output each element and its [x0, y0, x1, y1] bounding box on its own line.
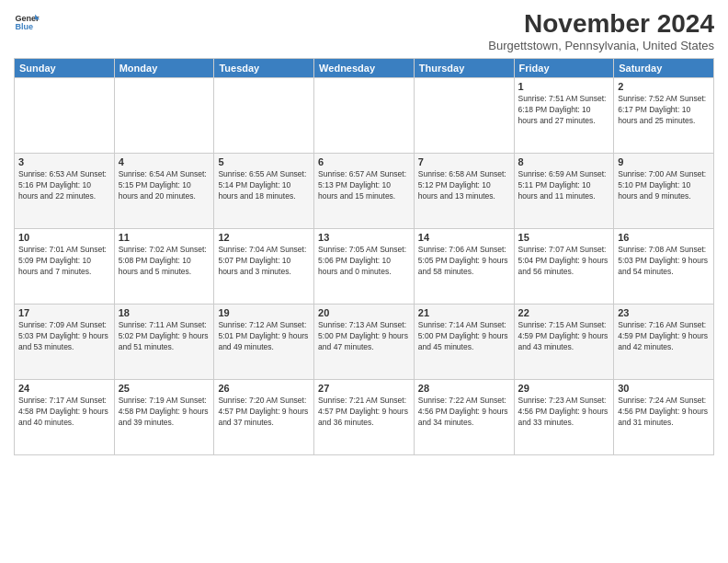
day-number: 17 [18, 307, 110, 318]
day-number: 21 [418, 307, 510, 318]
day-info: Sunrise: 7:19 AM Sunset: 4:58 PM Dayligh… [119, 396, 210, 429]
day-number: 26 [218, 383, 310, 394]
table-row: 12Sunrise: 7:04 AM Sunset: 5:07 PM Dayli… [214, 229, 314, 304]
table-row: 24Sunrise: 7:17 AM Sunset: 4:58 PM Dayli… [15, 380, 115, 455]
day-info: Sunrise: 7:11 AM Sunset: 5:02 PM Dayligh… [119, 320, 210, 353]
table-row: 13Sunrise: 7:05 AM Sunset: 5:06 PM Dayli… [314, 229, 415, 304]
day-info: Sunrise: 7:02 AM Sunset: 5:08 PM Dayligh… [119, 245, 210, 278]
table-row: 25Sunrise: 7:19 AM Sunset: 4:58 PM Dayli… [114, 380, 214, 455]
day-number: 6 [318, 156, 410, 167]
day-number: 5 [218, 156, 310, 167]
table-row: 29Sunrise: 7:23 AM Sunset: 4:56 PM Dayli… [514, 380, 614, 455]
day-number: 11 [119, 232, 210, 243]
table-row: 10Sunrise: 7:01 AM Sunset: 5:09 PM Dayli… [15, 229, 115, 304]
day-number: 28 [418, 383, 510, 394]
day-info: Sunrise: 7:24 AM Sunset: 4:56 PM Dayligh… [618, 396, 710, 429]
col-thursday: Thursday [414, 59, 514, 78]
day-info: Sunrise: 7:01 AM Sunset: 5:09 PM Dayligh… [18, 245, 110, 278]
col-sunday: Sunday [15, 59, 115, 78]
calendar-week-4: 17Sunrise: 7:09 AM Sunset: 5:03 PM Dayli… [15, 304, 714, 380]
day-info: Sunrise: 7:21 AM Sunset: 4:57 PM Dayligh… [318, 396, 410, 429]
calendar-week-2: 3Sunrise: 6:53 AM Sunset: 5:16 PM Daylig… [15, 154, 714, 229]
calendar-table: Sunday Monday Tuesday Wednesday Thursday… [14, 58, 714, 455]
table-row: 6Sunrise: 6:57 AM Sunset: 5:13 PM Daylig… [314, 154, 415, 229]
day-info: Sunrise: 6:54 AM Sunset: 5:15 PM Dayligh… [119, 169, 210, 202]
table-row [314, 78, 415, 154]
day-number: 2 [618, 81, 710, 92]
table-row: 11Sunrise: 7:02 AM Sunset: 5:08 PM Dayli… [114, 229, 214, 304]
day-info: Sunrise: 6:55 AM Sunset: 5:14 PM Dayligh… [218, 169, 310, 202]
table-row [414, 78, 514, 154]
table-row: 16Sunrise: 7:08 AM Sunset: 5:03 PM Dayli… [614, 229, 714, 304]
table-row: 14Sunrise: 7:06 AM Sunset: 5:05 PM Dayli… [414, 229, 514, 304]
calendar-week-5: 24Sunrise: 7:17 AM Sunset: 4:58 PM Dayli… [15, 380, 714, 455]
day-number: 25 [119, 383, 210, 394]
page: General Blue November 2024 Burgettstown,… [0, 0, 728, 563]
table-row: 2Sunrise: 7:52 AM Sunset: 6:17 PM Daylig… [614, 78, 714, 154]
table-row: 22Sunrise: 7:15 AM Sunset: 4:59 PM Dayli… [514, 304, 614, 380]
col-tuesday: Tuesday [214, 59, 314, 78]
day-number: 16 [618, 232, 710, 243]
header-row: Sunday Monday Tuesday Wednesday Thursday… [15, 59, 714, 78]
col-wednesday: Wednesday [314, 59, 415, 78]
table-row: 5Sunrise: 6:55 AM Sunset: 5:14 PM Daylig… [214, 154, 314, 229]
calendar-week-1: 1Sunrise: 7:51 AM Sunset: 6:18 PM Daylig… [15, 78, 714, 154]
table-row: 4Sunrise: 6:54 AM Sunset: 5:15 PM Daylig… [114, 154, 214, 229]
day-number: 13 [318, 232, 410, 243]
day-info: Sunrise: 7:17 AM Sunset: 4:58 PM Dayligh… [18, 396, 110, 429]
table-row: 30Sunrise: 7:24 AM Sunset: 4:56 PM Dayli… [614, 380, 714, 455]
day-info: Sunrise: 7:08 AM Sunset: 5:03 PM Dayligh… [618, 245, 710, 278]
day-number: 10 [18, 232, 110, 243]
logo-icon: General Blue [14, 9, 40, 35]
table-row [114, 78, 214, 154]
day-number: 24 [18, 383, 110, 394]
day-number: 7 [418, 156, 510, 167]
table-row: 9Sunrise: 7:00 AM Sunset: 5:10 PM Daylig… [614, 154, 714, 229]
day-info: Sunrise: 6:57 AM Sunset: 5:13 PM Dayligh… [318, 169, 410, 202]
table-row: 1Sunrise: 7:51 AM Sunset: 6:18 PM Daylig… [514, 78, 614, 154]
day-info: Sunrise: 7:05 AM Sunset: 5:06 PM Dayligh… [318, 245, 410, 278]
day-number: 19 [218, 307, 310, 318]
day-info: Sunrise: 7:04 AM Sunset: 5:07 PM Dayligh… [218, 245, 310, 278]
day-info: Sunrise: 7:51 AM Sunset: 6:18 PM Dayligh… [518, 94, 610, 127]
table-row: 27Sunrise: 7:21 AM Sunset: 4:57 PM Dayli… [314, 380, 415, 455]
day-info: Sunrise: 7:22 AM Sunset: 4:56 PM Dayligh… [418, 396, 510, 429]
table-row [214, 78, 314, 154]
day-info: Sunrise: 7:09 AM Sunset: 5:03 PM Dayligh… [18, 320, 110, 353]
day-number: 4 [119, 156, 210, 167]
table-row: 23Sunrise: 7:16 AM Sunset: 4:59 PM Dayli… [614, 304, 714, 380]
subtitle: Burgettstown, Pennsylvania, United State… [488, 39, 714, 52]
day-number: 14 [418, 232, 510, 243]
col-friday: Friday [514, 59, 614, 78]
day-number: 12 [218, 232, 310, 243]
calendar-week-3: 10Sunrise: 7:01 AM Sunset: 5:09 PM Dayli… [15, 229, 714, 304]
day-info: Sunrise: 7:15 AM Sunset: 4:59 PM Dayligh… [518, 320, 610, 353]
title-block: November 2024 Burgettstown, Pennsylvania… [488, 9, 714, 52]
table-row: 18Sunrise: 7:11 AM Sunset: 5:02 PM Dayli… [114, 304, 214, 380]
month-title: November 2024 [488, 9, 714, 39]
day-info: Sunrise: 6:53 AM Sunset: 5:16 PM Dayligh… [18, 169, 110, 202]
day-info: Sunrise: 7:16 AM Sunset: 4:59 PM Dayligh… [618, 320, 710, 353]
day-info: Sunrise: 6:59 AM Sunset: 5:11 PM Dayligh… [518, 169, 610, 202]
day-info: Sunrise: 7:00 AM Sunset: 5:10 PM Dayligh… [618, 169, 710, 202]
day-info: Sunrise: 7:20 AM Sunset: 4:57 PM Dayligh… [218, 396, 310, 429]
day-number: 22 [518, 307, 610, 318]
table-row: 20Sunrise: 7:13 AM Sunset: 5:00 PM Dayli… [314, 304, 415, 380]
table-row [15, 78, 115, 154]
table-row: 21Sunrise: 7:14 AM Sunset: 5:00 PM Dayli… [414, 304, 514, 380]
table-row: 8Sunrise: 6:59 AM Sunset: 5:11 PM Daylig… [514, 154, 614, 229]
day-info: Sunrise: 7:06 AM Sunset: 5:05 PM Dayligh… [418, 245, 510, 278]
table-row: 7Sunrise: 6:58 AM Sunset: 5:12 PM Daylig… [414, 154, 514, 229]
table-row: 26Sunrise: 7:20 AM Sunset: 4:57 PM Dayli… [214, 380, 314, 455]
table-row: 19Sunrise: 7:12 AM Sunset: 5:01 PM Dayli… [214, 304, 314, 380]
table-row: 28Sunrise: 7:22 AM Sunset: 4:56 PM Dayli… [414, 380, 514, 455]
header: General Blue November 2024 Burgettstown,… [14, 9, 714, 52]
day-info: Sunrise: 7:14 AM Sunset: 5:00 PM Dayligh… [418, 320, 510, 353]
day-number: 18 [119, 307, 210, 318]
day-number: 9 [618, 156, 710, 167]
day-info: Sunrise: 7:52 AM Sunset: 6:17 PM Dayligh… [618, 94, 710, 127]
day-info: Sunrise: 6:58 AM Sunset: 5:12 PM Dayligh… [418, 169, 510, 202]
day-number: 1 [518, 81, 610, 92]
day-number: 20 [318, 307, 410, 318]
day-number: 3 [18, 156, 110, 167]
